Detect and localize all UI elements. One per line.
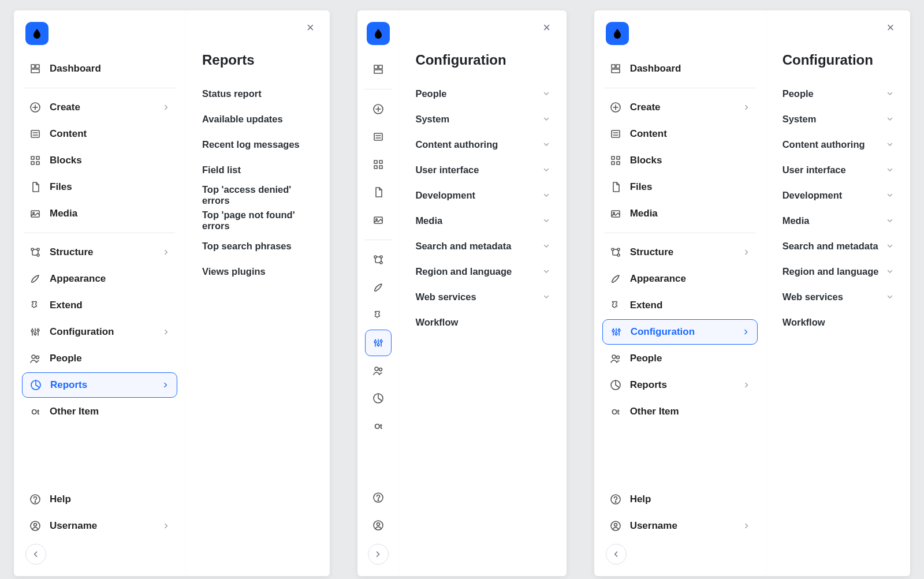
flyout-sub-item[interactable]: Development	[783, 182, 894, 208]
nav-extend[interactable]: Extend	[22, 293, 177, 318]
structure-icon	[29, 246, 42, 259]
nav-other-item[interactable]: Ot Other Item	[22, 399, 177, 424]
flyout-sub-item[interactable]: Recent log messages	[202, 132, 314, 157]
chevron-down-icon	[542, 140, 550, 148]
nav-reports[interactable]: Reports	[22, 372, 177, 398]
nav-help[interactable]: Help	[602, 487, 758, 512]
nav-label: Reports	[630, 379, 667, 391]
appearance-icon	[29, 272, 42, 285]
nav-configuration[interactable]: Configuration	[22, 319, 177, 345]
flyout-sub-item[interactable]: System	[783, 106, 894, 132]
nav-structure[interactable]: Structure	[602, 240, 758, 265]
nav-content[interactable]: Content	[22, 121, 177, 147]
nav-extend[interactable]	[365, 302, 392, 328]
flyout-sub-item[interactable]: Region and language	[415, 259, 550, 284]
nav-content[interactable]	[365, 124, 392, 150]
nav-files[interactable]: Files	[602, 174, 758, 200]
flyout-sub-item[interactable]: Field list	[202, 157, 314, 182]
flyout-sub-item[interactable]: Workflow	[783, 309, 894, 335]
nav-media[interactable]: Media	[22, 201, 177, 226]
brand-logo[interactable]	[606, 22, 629, 45]
nav-people[interactable]	[365, 357, 392, 384]
nav-appearance[interactable]	[365, 274, 392, 301]
nav-help[interactable]	[365, 484, 392, 511]
nav-people[interactable]: People	[602, 346, 758, 371]
nav-appearance[interactable]: Appearance	[22, 266, 177, 292]
flyout-sub-item[interactable]: People	[415, 81, 550, 106]
files-icon	[29, 181, 42, 193]
nav-configuration[interactable]	[365, 330, 392, 356]
flyout-sub-item[interactable]: Views plugins	[202, 259, 314, 284]
nav-create[interactable]	[365, 96, 392, 122]
flyout-sub-item[interactable]: Search and metadata	[783, 233, 894, 259]
blocks-icon	[372, 158, 385, 171]
nav-structure[interactable]	[365, 246, 392, 273]
nav-media[interactable]	[365, 207, 392, 233]
nav-configuration[interactable]: Configuration	[602, 319, 758, 345]
nav-extend[interactable]: Extend	[602, 293, 758, 318]
flyout-sub-item[interactable]: Top 'access denied' errors	[202, 182, 314, 208]
flyout-sub-item[interactable]: Available updates	[202, 106, 314, 132]
nav-appearance[interactable]: Appearance	[602, 266, 758, 292]
flyout-sub-item[interactable]: Media	[415, 208, 550, 233]
nav-blocks[interactable]: Blocks	[22, 148, 177, 173]
flyout-sub-item[interactable]: Web services	[783, 284, 894, 309]
brand-logo[interactable]	[367, 22, 390, 45]
flyout-sub-item-label: Region and language	[415, 266, 512, 277]
nav-dashboard[interactable]: Dashboard	[22, 56, 177, 81]
nav-username[interactable]	[365, 512, 392, 539]
close-button[interactable]: ×	[539, 20, 555, 36]
help-icon	[609, 493, 622, 506]
flyout-sub-item[interactable]: People	[783, 81, 894, 106]
content-icon	[372, 130, 385, 143]
nav-structure[interactable]: Structure	[22, 240, 177, 265]
flyout-sub-item-label: Media	[783, 215, 810, 226]
nav-files[interactable]	[365, 179, 392, 206]
files-icon	[372, 186, 385, 199]
nav-people[interactable]: People	[22, 346, 177, 371]
chevron-right-icon	[743, 381, 751, 389]
close-button[interactable]: ×	[882, 20, 899, 36]
nav-other-item[interactable]: Ot	[365, 413, 392, 439]
help-icon	[29, 493, 42, 506]
nav-dashboard[interactable]: Dashboard	[602, 56, 758, 81]
nav-create[interactable]: Create	[602, 95, 758, 120]
flyout-sub-item[interactable]: User interface	[415, 157, 550, 182]
flyout-sub-item[interactable]: System	[415, 106, 550, 132]
nav-label: Structure	[50, 246, 94, 258]
flyout-sub-item[interactable]: Web services	[415, 284, 550, 309]
flyout-sub-item[interactable]: Top 'page not found' errors	[202, 208, 314, 233]
flyout-sub-item[interactable]: User interface	[783, 157, 894, 182]
flyout-sub-item[interactable]: Search and metadata	[415, 233, 550, 259]
nav-reports[interactable]	[365, 385, 392, 412]
nav-other-item[interactable]: Ot Other Item	[602, 399, 758, 424]
flyout-sub-item[interactable]: Top search phrases	[202, 233, 314, 259]
nav-username[interactable]: Username	[602, 513, 758, 539]
flyout-sub-item[interactable]: Workflow	[415, 309, 550, 335]
brand-logo[interactable]	[25, 22, 49, 45]
flyout-sub-item[interactable]: Media	[783, 208, 894, 233]
flyout-sub-item[interactable]: Status report	[202, 81, 314, 106]
nav-label: People	[50, 353, 82, 364]
collapse-sidebar-button[interactable]	[25, 544, 46, 565]
flyout-sub-item[interactable]: Region and language	[783, 259, 894, 284]
expand-sidebar-button[interactable]	[368, 544, 389, 565]
other-item-icon: Ot	[372, 420, 385, 432]
nav-reports[interactable]: Reports	[602, 372, 758, 398]
nav-media[interactable]: Media	[602, 201, 758, 226]
nav-username[interactable]: Username	[22, 513, 177, 539]
chevron-right-icon	[162, 381, 170, 389]
nav-blocks[interactable]: Blocks	[602, 148, 758, 173]
nav-label: Username	[50, 520, 97, 532]
flyout-sub-item[interactable]: Content authoring	[783, 132, 894, 157]
close-button[interactable]: ×	[302, 20, 318, 36]
nav-content[interactable]: Content	[602, 121, 758, 147]
nav-blocks[interactable]	[365, 151, 392, 178]
nav-files[interactable]: Files	[22, 174, 177, 200]
nav-create[interactable]: Create	[22, 95, 177, 120]
nav-dashboard[interactable]	[365, 56, 392, 83]
collapse-sidebar-button[interactable]	[606, 544, 627, 565]
nav-help[interactable]: Help	[22, 487, 177, 512]
flyout-sub-item[interactable]: Development	[415, 182, 550, 208]
flyout-sub-item[interactable]: Content authoring	[415, 132, 550, 157]
